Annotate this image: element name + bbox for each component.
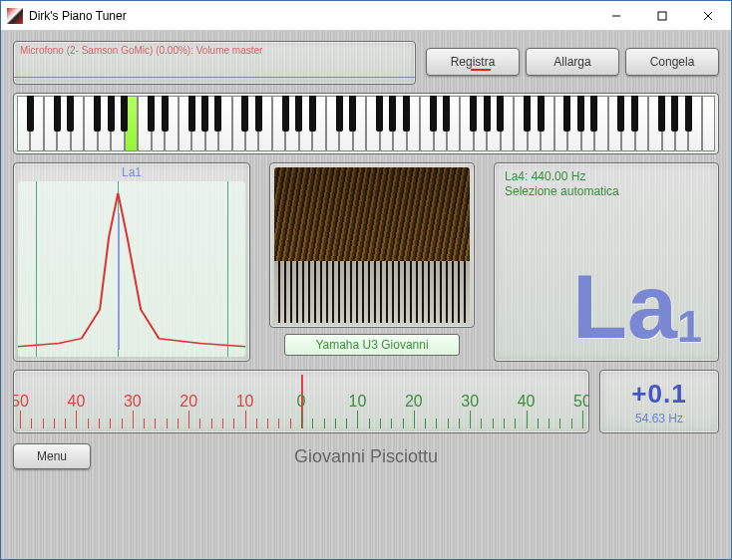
white-key[interactable] [675,96,688,151]
white-key[interactable] [434,96,447,151]
white-key[interactable] [57,96,70,151]
white-key[interactable] [447,96,460,151]
minimize-button[interactable] [593,1,639,30]
white-key[interactable] [541,96,553,151]
scale-label: 50 [13,393,29,411]
white-key[interactable] [245,96,258,151]
white-key[interactable] [380,96,393,151]
white-key[interactable] [339,96,352,151]
white-key[interactable] [44,96,57,151]
piano-photo-panel [269,162,475,328]
maximize-button[interactable] [639,1,685,30]
window-title: Dirk's Piano Tuner [29,9,593,23]
detected-note: La1 [572,256,702,359]
audio-status-text: Microfono (2- Samson GoMic) (0.00%): Vol… [20,45,262,56]
white-key[interactable] [111,96,124,151]
scale-label: 10 [236,393,254,411]
white-key[interactable] [98,96,111,151]
audio-status-panel: Microfono (2- Samson GoMic) (0.00%): Vol… [13,41,416,85]
white-key[interactable] [30,96,43,151]
white-key[interactable] [84,96,97,151]
white-key[interactable] [702,96,715,151]
user-name: Giovanni Pisciottu [101,446,631,467]
scale-label: 20 [405,393,423,411]
white-key[interactable] [17,96,30,151]
white-key[interactable] [353,96,366,151]
white-key[interactable] [407,96,420,151]
svg-rect-1 [658,12,666,20]
cents-value: +0.1 [631,379,686,410]
white-key[interactable] [258,96,271,151]
titlebar: Dirk's Piano Tuner [1,1,731,31]
white-key[interactable] [594,96,607,151]
close-button[interactable] [685,1,731,30]
cents-readout-panel: +0.1 54.63 Hz [599,370,719,433]
scale-label: 0 [297,393,306,411]
white-key[interactable] [501,96,514,151]
white-key[interactable] [125,96,138,151]
white-key[interactable] [285,96,298,151]
reference-pitch: La4: 440.00 Hz [505,169,710,184]
white-key[interactable] [366,96,379,151]
note-panel: La4: 440.00 Hz Selezione automatica La1 [494,162,719,362]
white-key[interactable] [662,96,675,151]
white-key[interactable] [312,96,325,151]
scale-label: 50 [573,393,589,411]
white-key[interactable] [581,96,594,151]
white-key[interactable] [179,96,191,151]
white-key[interactable] [218,96,231,151]
white-key[interactable] [393,96,406,151]
stretch-button[interactable]: Allarga [526,48,619,76]
audio-waveform [14,70,415,84]
white-key[interactable] [514,96,527,151]
white-key[interactable] [487,96,500,151]
white-key[interactable] [232,96,245,151]
graph-title: La1 [14,163,249,179]
scale-label: 40 [518,393,536,411]
piano-model[interactable]: Yamaha U3 Giovanni [284,334,460,356]
white-key[interactable] [71,96,84,151]
white-key[interactable] [567,96,580,151]
scale-label: 10 [348,393,366,411]
white-key[interactable] [688,96,701,151]
piano-photo [274,167,470,323]
white-key[interactable] [528,96,541,151]
selection-mode: Selezione automatica [505,184,710,199]
white-key[interactable] [648,96,661,151]
scale-label: 30 [124,393,142,411]
cents-scale: 504030201001020304050 [13,370,589,433]
scale-label: 40 [67,393,85,411]
white-key[interactable] [554,96,567,151]
white-key[interactable] [165,96,178,151]
detected-frequency: 54.63 Hz [635,412,683,425]
white-key[interactable] [608,96,621,151]
white-key[interactable] [420,96,433,151]
piano-keyboard[interactable] [13,93,719,154]
harmonic-graph-panel: La1 [13,162,250,362]
white-key[interactable] [272,96,285,151]
white-key[interactable] [326,96,339,151]
white-key[interactable] [474,96,487,151]
white-key[interactable] [621,96,634,151]
white-key[interactable] [205,96,218,151]
white-key[interactable] [152,96,165,151]
white-key[interactable] [138,96,151,151]
white-key[interactable] [635,96,648,151]
white-key[interactable] [191,96,204,151]
freeze-button[interactable]: Congela [625,48,719,76]
white-key[interactable] [460,96,473,151]
scale-label: 20 [180,393,197,411]
menu-button[interactable]: Menu [13,443,91,469]
record-button[interactable]: Registra [426,48,520,76]
app-icon [7,8,23,24]
white-key[interactable] [299,96,312,151]
scale-label: 30 [461,393,479,411]
